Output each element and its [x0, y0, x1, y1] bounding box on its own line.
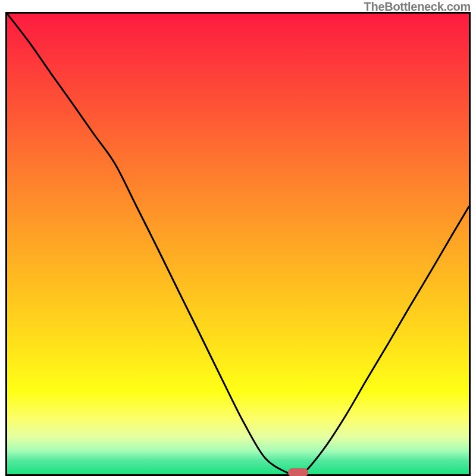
optimum-marker: [288, 468, 308, 476]
chart-frame: [5, 12, 471, 476]
chart-curve: [7, 14, 469, 474]
